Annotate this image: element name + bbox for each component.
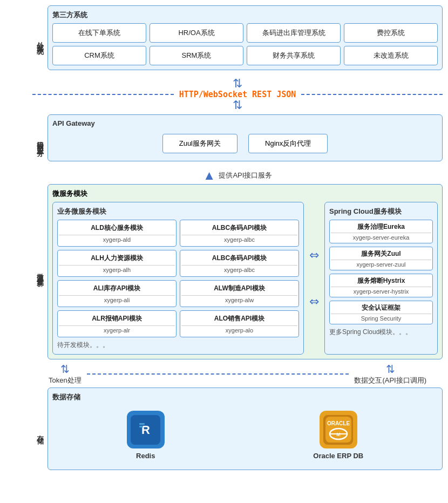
micro-inner: 业务微服务模块 ALD核心服务模块 xygerp-ald ALBC条码API模块… [52,202,438,355]
svg-text:R: R [141,423,150,437]
gateway-label-box: 接口网关服务 [32,114,47,166]
api-gateway-box: API Gateway Zuul服务网关 Nginx反向代理 [47,114,443,161]
oracle-label: Oracle ERP DB [313,452,363,460]
systems-grid: 在线下单系统 HR/OA系统 条码进出库管理系统 费控系统 CRM系统 SRM系… [52,23,438,65]
service-albc2: ALBC条码API模块 xygerp-albc [180,250,299,277]
redis-svg: R [135,419,157,440]
redis-item: R Redis [127,411,165,460]
redis-logo: R [131,415,160,445]
double-arrow-icon: ⇅ [233,78,242,90]
nginx-box: Nginx反向代理 [248,134,328,153]
lr-arrow-1: ⇔ [309,248,319,262]
micro-cluster-section: 微服务集群 微服务模块 业务微服务模块 ALD核心服务模块 xygerp-ald [32,184,443,359]
service-alr: ALR报销API模块 xygerp-alr [57,310,177,337]
svg-rect-2 [139,423,145,425]
zuul-card: 服务网关Zuul xygerp-server-zuul [329,247,433,270]
spring-cloud-box: Spring Cloud服务模块 服务治理Eureka xygerp-serve… [324,202,438,355]
storage-label-box: 存储 [32,388,47,474]
micro-label-box: 微服务集群 [32,184,47,359]
sys-cost: 费控系统 [344,23,438,43]
protocol-row: ⇅ HTTP/WebSocket REST JSON ⇅ [32,78,443,111]
service-grid: ALD核心服务模块 xygerp-ald ALBC条码API模块 xygerp-… [57,220,299,337]
sys-srm: SRM系统 [150,46,243,65]
third-party-box: 第三方系统 在线下单系统 HR/OA系统 条码进出库管理系统 费控系统 CRM系… [47,5,443,70]
oracle-svg: ORACLE M [324,416,352,444]
dashed-right [301,94,443,95]
token-arrow-item: ⇅ Token处理 [49,363,82,385]
micro-content: 微服务模块 业务微服务模块 ALD核心服务模块 xygerp-ald ALBC条… [47,184,443,359]
svg-text:M: M [336,432,341,437]
external-systems-section: 外部系统 第三方系统 在线下单系统 HR/OA系统 条码进出库管理系统 费控系统… [32,5,443,74]
pending-label: 待开发模块。。。 [57,341,299,350]
service-ald: ALD核心服务模块 xygerp-ald [57,220,177,247]
storage-content: 数据存储 R [47,388,443,474]
sys-hr-oa: HR/OA系统 [150,23,243,43]
double-arrow-icon-2: ⇅ [233,99,242,111]
middle-arrows: ⇔ ⇔ [309,202,319,355]
dashed-left [32,94,174,95]
service-alw: ALW制造API模块 xygerp-alw [180,280,299,307]
eureka-card: 服务治理Eureka xygerp-server-eureka [329,220,433,243]
token-label: Token处理 [49,376,82,385]
oracle-item: ORACLE M Oracle ERP DB [313,411,363,460]
service-alh: ALH人力资源模块 xygerp-alh [57,250,177,277]
api-service-arrow-row: ▲ 提供API接口服务 [32,169,443,182]
business-module-title: 业务微服务模块 [57,207,299,216]
lr-arrow-2: ⇔ [309,295,319,309]
micro-cluster-title: 微服务模块 [52,189,438,199]
sys-finance: 财务共享系统 [247,46,341,65]
gateway-content: API Gateway Zuul服务网关 Nginx反向代理 [47,114,443,166]
data-exchange-arrow-icon: ⇅ [386,363,395,376]
arrow-up-icon: ▲ [203,169,216,182]
oracle-icon: ORACLE M [320,411,357,448]
storage-inner: R Redis [52,405,438,465]
storage-label: 存储 [35,430,45,433]
service-alo: ALO销售API模块 xygerp-alo [180,310,299,337]
micro-cluster-box: 微服务模块 业务微服务模块 ALD核心服务模块 xygerp-ald ALBC条… [47,184,443,359]
sys-legacy: 未改造系统 [344,46,438,65]
gateway-section: 接口网关服务 API Gateway Zuul服务网关 Nginx反向代理 [32,114,443,166]
oracle-logo: ORACLE M [323,415,353,445]
protocol-label: ⇅ HTTP/WebSocket REST JSON ⇅ [179,78,296,111]
third-party-title: 第三方系统 [52,10,438,20]
external-label-box: 外部系统 [32,5,47,74]
storage-title: 数据存储 [52,392,438,402]
hystrix-card: 服务熔断Hystrix xygerp-server-hystrix [329,274,433,297]
redis-label: Redis [136,452,155,460]
data-exchange-arrow-item: ⇅ 数据交互(API接口调用) [354,363,426,385]
bottom-dashed-line [87,373,349,375]
svg-text:ORACLE: ORACLE [327,420,350,426]
sys-barcode: 条码进出库管理系统 [247,23,341,43]
more-label: 更多Spring Cloud模块。。。 [329,328,433,337]
api-service-label: 提供API接口服务 [219,171,272,180]
spring-cards: 服务治理Eureka xygerp-server-eureka 服务网关Zuul… [329,220,433,324]
bottom-arrows-row: ⇅ Token处理 ⇅ 数据交互(API接口调用) [32,363,443,385]
storage-section: 存储 数据存储 R [32,388,443,474]
zuul-box: Zuul服务网关 [162,134,237,153]
external-label: 外部系统 [35,37,45,43]
sys-crm: CRM系统 [52,46,146,65]
service-ali: ALI库存API模块 xygerp-ali [57,280,177,307]
spring-cloud-title: Spring Cloud服务模块 [329,207,433,216]
data-exchange-label: 数据交互(API接口调用) [354,376,426,385]
external-content: 第三方系统 在线下单系统 HR/OA系统 条码进出库管理系统 费控系统 CRM系… [47,5,443,74]
business-module-box: 业务微服务模块 ALD核心服务模块 xygerp-ald ALBC条码API模块… [52,202,304,355]
storage-box: 数据存储 R [47,388,443,470]
main-diagram: 外部系统 第三方系统 在线下单系统 HR/OA系统 条码进出库管理系统 费控系统… [0,0,448,483]
svg-rect-3 [139,426,143,427]
gateway-label: 接口网关服务 [35,135,45,145]
gateway-inner: Zuul服务网关 Nginx反向代理 [52,131,438,157]
api-gateway-title: API Gateway [52,119,438,127]
sys-online-order: 在线下单系统 [52,23,146,43]
redis-icon: R [127,411,165,448]
security-card: 安全认证框架 Spring Security [329,301,433,324]
token-arrow-icon: ⇅ [60,363,70,376]
micro-label: 微服务集群 [35,268,45,276]
service-albc1: ALBC条码API模块 xygerp-albc [180,220,299,247]
